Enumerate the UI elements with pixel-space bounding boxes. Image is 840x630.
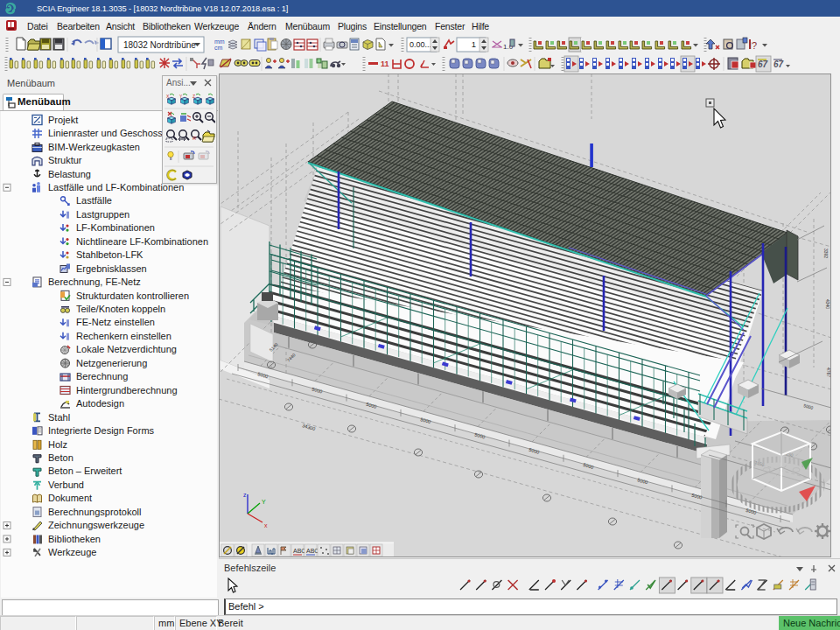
- svg-text:67: 67: [774, 60, 784, 69]
- svg-text:mm: mm: [214, 38, 225, 45]
- svg-text:R: R: [192, 136, 197, 141]
- svg-text:x: x: [264, 522, 268, 528]
- svg-text:67: 67: [758, 60, 768, 69]
- svg-text:ABC: ABC: [293, 548, 305, 554]
- svg-text:4340: 4340: [825, 299, 830, 309]
- svg-text:1: 1: [472, 39, 476, 49]
- svg-text:Y: Y: [262, 499, 266, 505]
- svg-text:Z: Z: [192, 94, 195, 99]
- svg-text:11: 11: [381, 60, 389, 68]
- svg-text:ABC: ABC: [306, 548, 318, 554]
- svg-text:0.00...: 0.00...: [410, 40, 431, 49]
- svg-text:cm: cm: [214, 45, 223, 51]
- svg-text:z: z: [243, 492, 247, 498]
- svg-text:3392: 3392: [823, 248, 829, 258]
